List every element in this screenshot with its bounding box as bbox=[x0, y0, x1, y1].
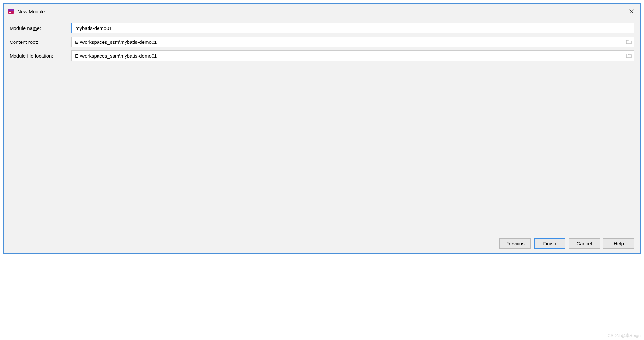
dialog-title: New Module bbox=[17, 9, 627, 14]
module-file-location-browse-button[interactable] bbox=[625, 52, 632, 59]
svg-rect-2 bbox=[9, 12, 11, 13]
module-name-input-wrapper bbox=[71, 23, 634, 33]
cancel-button[interactable]: Cancel bbox=[569, 238, 600, 249]
finish-button[interactable]: Finish bbox=[534, 238, 565, 249]
folder-icon bbox=[626, 40, 632, 44]
new-module-dialog: New Module Module name: Content root: bbox=[3, 3, 641, 254]
dialog-content: Module name: Content root: Module file l… bbox=[4, 19, 640, 234]
intellij-icon bbox=[8, 8, 14, 14]
dialog-titlebar: New Module bbox=[4, 4, 640, 19]
module-name-row: Module name: bbox=[10, 23, 634, 33]
content-root-input-wrapper bbox=[71, 37, 634, 47]
svg-rect-1 bbox=[8, 9, 14, 11]
content-root-label: Content root: bbox=[10, 39, 69, 45]
module-file-location-label: Module file location: bbox=[10, 53, 69, 59]
close-button[interactable] bbox=[627, 6, 636, 16]
content-root-input[interactable] bbox=[71, 37, 634, 47]
module-name-input[interactable] bbox=[71, 23, 634, 33]
module-file-location-input-wrapper bbox=[71, 50, 634, 61]
previous-button[interactable]: Previous bbox=[499, 238, 531, 249]
content-root-row: Content root: bbox=[10, 37, 634, 47]
module-file-location-row: Module file location: bbox=[10, 50, 634, 61]
help-button[interactable]: Help bbox=[603, 238, 634, 249]
module-file-location-input[interactable] bbox=[71, 50, 634, 61]
dialog-button-bar: Previous Finish Cancel Help bbox=[4, 234, 640, 253]
content-root-browse-button[interactable] bbox=[625, 38, 632, 45]
module-name-label: Module name: bbox=[10, 25, 69, 31]
folder-icon bbox=[626, 53, 632, 58]
